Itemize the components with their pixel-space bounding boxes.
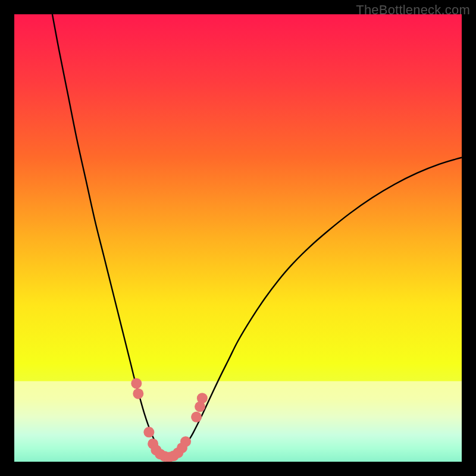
marker-dot <box>133 389 143 399</box>
highlight-band <box>14 381 462 462</box>
marker-dot <box>143 427 154 437</box>
marker-dot <box>180 436 191 447</box>
marker-dot <box>197 393 208 403</box>
chart-frame <box>14 14 462 462</box>
watermark-text: TheBottleneck.com <box>356 2 470 18</box>
marker-dot <box>131 378 142 389</box>
marker-dot <box>191 412 202 422</box>
bottleneck-chart <box>14 14 462 462</box>
